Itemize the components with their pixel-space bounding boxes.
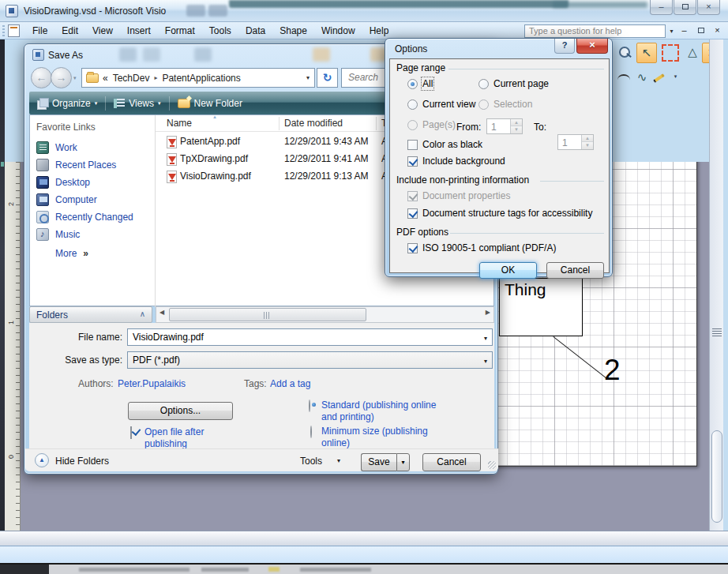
selection-rect-tool-icon[interactable] [662,44,679,62]
save-as-type-combo[interactable]: PDF (*.pdf) ▾ [127,351,493,369]
column-header-date-modified[interactable]: Date modified [284,118,343,129]
checkbox-document-structure-tags[interactable]: Document structure tags for accessibilit… [407,208,592,219]
file-list-scrollbar[interactable]: ◀ ▶ [156,306,494,323]
radio-current-page-circle[interactable] [478,79,489,89]
menu-data[interactable]: Data [238,22,272,39]
open-file-after-checkbox[interactable] [130,426,132,439]
radio-selection-label: Selection [493,99,532,110]
column-divider[interactable] [279,117,280,130]
maximize-icon[interactable] [674,0,696,15]
document-structure-tags-box[interactable] [407,208,418,219]
sidebar-item-work[interactable]: Work [30,139,153,156]
close-icon[interactable]: × [697,0,720,15]
scroll-left-icon[interactable]: ◀ [159,309,164,316]
radio-current-view[interactable]: Current view [407,99,475,110]
help-question-input[interactable]: Type a question for help [524,24,666,38]
column-divider[interactable] [376,117,377,130]
back-icon[interactable]: ← [31,67,52,88]
views-button[interactable]: Views ▾ [106,92,168,114]
add-tag-link[interactable]: Add a tag [270,378,310,389]
checkbox-include-background[interactable]: Include background [407,156,505,167]
cancel-button[interactable]: Cancel [546,262,604,279]
toolbar-overflow-icon[interactable]: ▾ [671,74,680,85]
hide-folders-label[interactable]: Hide Folders [55,456,109,467]
dialog-close-icon[interactable]: × [576,39,608,54]
standard-radio-label[interactable]: Standard (publishing online and printing… [321,400,440,423]
breadcrumb-dropdown-icon[interactable]: ▾ [306,74,310,81]
hide-folders-icon[interactable]: ▲ [35,453,49,467]
callout-number-2[interactable]: 2 [604,354,621,387]
breadcrumb-item-techdev[interactable]: TechDev [113,73,150,84]
toolbar-grip[interactable] [2,25,5,36]
save-button[interactable]: Save [361,453,396,471]
menu-view[interactable]: View [85,22,120,39]
sidebar-item-desktop[interactable]: Desktop [30,174,153,191]
recent-pages-dropdown-icon[interactable]: ▾ [73,75,77,81]
folder-icon [86,73,99,83]
open-file-after-label[interactable]: Open file after publishing [144,426,241,450]
forward-icon[interactable]: → [51,67,72,88]
standard-radio[interactable] [309,400,310,412]
organize-button[interactable]: Organize ▾ [29,92,105,114]
resize-grip[interactable] [488,461,496,469]
sidebar-item-music[interactable]: Music [30,226,153,243]
chevron-down-icon[interactable]: ▾ [337,457,340,464]
thing-shape[interactable]: Thing [499,278,583,336]
new-folder-button[interactable]: New Folder [170,92,250,114]
include-background-box[interactable] [407,156,418,167]
pointer-tool-icon[interactable]: ↖ [636,43,657,63]
file-list-scrollbar-thumb[interactable] [169,308,366,321]
folders-toggle-button[interactable]: Folders ∧ [29,306,152,323]
help-dropdown-icon[interactable]: ▾ [666,24,677,38]
iso-compliant-box[interactable] [407,243,418,253]
dialog-help-icon[interactable]: ? [554,39,575,54]
doc-close-icon[interactable]: × [711,24,724,37]
doc-minimize-icon[interactable]: – [677,24,691,37]
minimum-size-radio[interactable] [310,426,312,438]
color-as-black-box[interactable] [407,140,418,150]
file-name-combo[interactable]: VisioDrawing.pdf ▾ [127,328,493,346]
scrollbar-splitter[interactable] [712,328,722,336]
tools-menu-button[interactable]: Tools [300,456,322,467]
refresh-icon[interactable]: ↻ [317,68,338,88]
radio-all-circle[interactable] [407,79,418,89]
menu-tools[interactable]: Tools [202,22,238,39]
sidebar-item-computer[interactable]: Computer [30,191,153,208]
more-links-button[interactable]: More » [30,245,153,262]
zoom-tool-icon[interactable] [614,43,635,63]
menu-format[interactable]: Format [158,22,202,39]
doc-restore-icon[interactable] [694,24,707,37]
radio-current-view-circle[interactable] [407,99,418,110]
radio-all[interactable]: All [407,78,433,89]
breadcrumb-overflow-chevrons[interactable]: « [103,73,108,84]
ok-button[interactable]: OK [479,262,537,279]
vertical-scrollbar-thumb[interactable] [711,430,722,523]
column-header-name[interactable]: Name [167,118,192,129]
menu-file[interactable]: File [25,22,54,39]
cancel-button[interactable]: Cancel [422,453,481,471]
minimum-size-radio-label[interactable]: Minimum size (publishing online) [321,426,448,449]
sidebar-item-recent-places[interactable]: Recent Places [30,156,153,174]
radio-current-page[interactable]: Current page [478,78,549,89]
minimize-icon[interactable]: – [650,0,673,15]
triangle-tool-icon[interactable]: △ [682,43,703,63]
authors-value-link[interactable]: Peter.Pupalaikis [118,378,186,389]
save-dropdown-icon[interactable]: ▾ [396,453,410,471]
menu-insert[interactable]: Insert [120,22,158,39]
breadcrumb-item-patentapplications[interactable]: PatentApplications [162,73,240,84]
vertical-scrollbar[interactable] [709,39,723,531]
sidebar-item-recently-changed[interactable]: Recently Changed [30,208,153,226]
callout-line[interactable] [553,336,608,380]
options-button[interactable]: Options... [128,402,233,420]
new-folder-icon [178,99,190,108]
menu-shape[interactable]: Shape [272,22,314,39]
new-drawing-icon[interactable] [8,24,20,37]
breadcrumb[interactable]: « TechDev ▸ PatentApplications ▾ [81,68,315,88]
menu-edit[interactable]: Edit [54,22,85,39]
scroll-right-icon[interactable]: ▶ [486,309,490,316]
checkbox-color-as-black[interactable]: Color as black [407,139,482,150]
pencil-tool-icon[interactable] [649,68,670,88]
menu-window[interactable]: Window [314,22,362,39]
menu-help[interactable]: Help [362,22,396,39]
checkbox-iso-compliant[interactable]: ISO 19005-1 compliant (PDF/A) [407,242,556,253]
